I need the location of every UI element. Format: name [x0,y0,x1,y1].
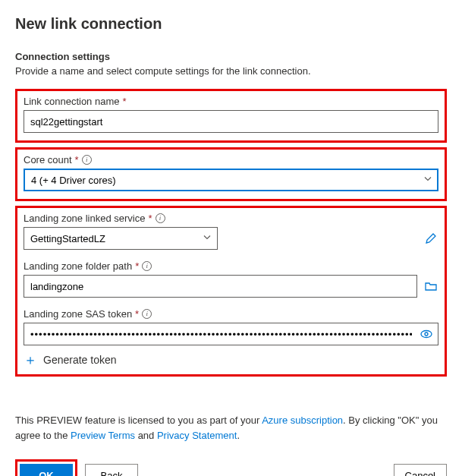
footer: OK Back Cancel [15,459,447,476]
reveal-password-icon[interactable] [419,326,434,342]
highlight-box-landing-zone: Landing zone linked service * i Landing … [15,206,447,377]
preview-terms-link[interactable]: Preview Terms [71,430,135,441]
preview-notice: This PREVIEW feature is licensed to you … [15,413,447,443]
lz-path-input[interactable] [24,275,417,298]
lz-service-label: Landing zone linked service * i [24,213,438,224]
link-name-label: Link connection name * [24,96,438,107]
highlight-box-name: Link connection name * [15,89,447,143]
lz-path-label: Landing zone folder path * i [24,260,438,272]
core-count-select[interactable] [24,169,438,191]
svg-point-0 [421,331,432,338]
lz-sas-label: Landing zone SAS token * i [24,308,438,320]
privacy-statement-link[interactable]: Privacy Statement [157,430,237,441]
info-icon[interactable]: i [142,309,152,319]
section-heading: Connection settings [15,51,447,62]
azure-subscription-link[interactable]: Azure subscription [262,415,343,426]
back-button[interactable]: Back [85,464,138,476]
edit-icon[interactable] [423,231,438,246]
svg-point-1 [425,333,428,336]
section-description: Provide a name and select compute settin… [15,65,447,77]
highlight-box-cores: Core count * i [15,147,447,201]
info-icon[interactable]: i [142,261,152,271]
generate-token-button[interactable]: ＋ Generate token [24,353,438,367]
info-icon[interactable]: i [82,155,92,165]
core-count-label: Core count * i [24,154,438,165]
info-icon[interactable]: i [156,213,165,223]
lz-sas-input[interactable] [24,323,438,345]
browse-folder-icon[interactable] [423,279,438,294]
page-title: New link connection [15,15,447,33]
highlight-box-ok: OK [15,459,77,476]
plus-icon: ＋ [24,353,37,367]
cancel-button[interactable]: Cancel [394,464,447,476]
ok-button[interactable]: OK [20,464,73,476]
link-name-input[interactable] [24,110,438,133]
lz-service-select[interactable] [24,227,218,250]
